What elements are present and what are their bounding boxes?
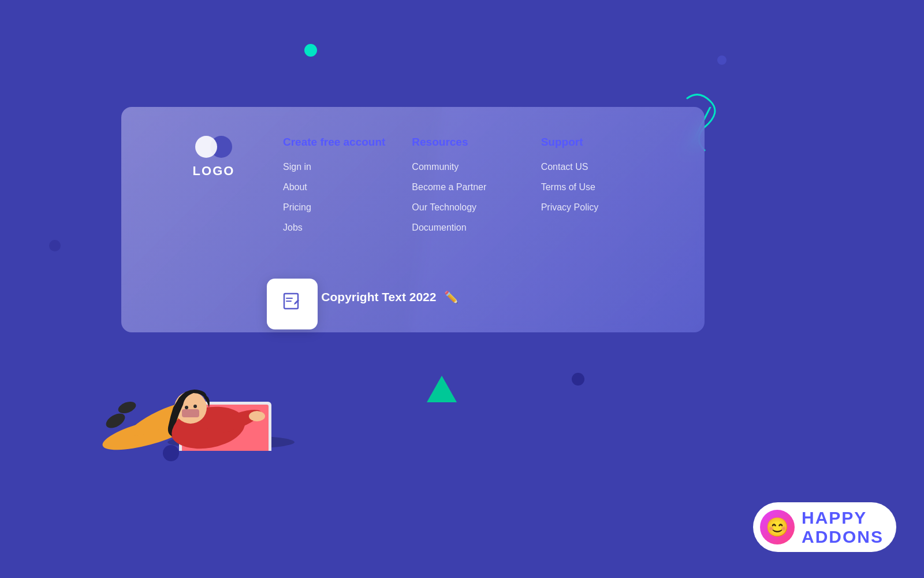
happy-face-icon: 😊 — [760, 510, 795, 544]
edit-box-icon — [282, 291, 303, 317]
svg-point-18 — [193, 405, 197, 408]
happy-addons-badge: 😊 HAPPY ADDONS — [753, 502, 896, 552]
link-terms-of-use[interactable]: Terms of Use — [541, 179, 670, 196]
link-jobs[interactable]: Jobs — [283, 219, 412, 236]
triangle-decoration — [426, 375, 458, 403]
svg-point-17 — [185, 406, 188, 409]
link-privacy-policy[interactable]: Privacy Policy — [541, 199, 670, 216]
dot-teal — [304, 44, 317, 57]
link-about[interactable]: About — [283, 179, 412, 196]
col-title-account: Create free account — [283, 136, 412, 149]
logo-circle-white — [195, 136, 217, 158]
badge-happy-text: HAPPY — [802, 508, 884, 527]
edit-box-button[interactable] — [267, 279, 318, 329]
logo-text: LOGO — [193, 164, 235, 179]
dot-left — [49, 240, 61, 251]
col-title-support: Support — [541, 136, 670, 149]
nav-column-support: Support Contact US Terms of Use Privacy … — [541, 136, 670, 236]
nav-column-resources: Resources Community Become a Partner Our… — [412, 136, 541, 236]
nav-column-account: Create free account Sign in About Pricin… — [283, 136, 412, 236]
link-documention[interactable]: Documention — [412, 219, 541, 236]
svg-point-11 — [103, 410, 127, 431]
badge-container: 😊 HAPPY ADDONS — [753, 502, 896, 552]
edit-pencil-icon[interactable]: ✏️ — [444, 290, 459, 304]
svg-point-15 — [249, 411, 265, 421]
link-become-partner[interactable]: Become a Partner — [412, 179, 541, 196]
link-our-technology[interactable]: Our Technology — [412, 199, 541, 216]
badge-addons-text: ADDONS — [802, 527, 884, 546]
col-title-resources: Resources — [412, 136, 541, 149]
link-pricing[interactable]: Pricing — [283, 199, 412, 216]
svg-marker-20 — [427, 376, 457, 402]
link-sign-in[interactable]: Sign in — [283, 158, 412, 176]
logo-circles — [195, 136, 232, 158]
svg-point-12 — [117, 399, 137, 416]
svg-rect-19 — [182, 409, 199, 417]
copyright-section: @ Copyright Text 2022 ✏️ — [306, 290, 459, 304]
dot-medium-blue — [717, 55, 726, 65]
happy-addons-text: HAPPY ADDONS — [802, 508, 884, 546]
link-contact-us[interactable]: Contact US — [541, 158, 670, 176]
link-community[interactable]: Community — [412, 158, 541, 176]
dot-bottom-mid — [572, 373, 584, 386]
nav-columns: Create free account Sign in About Pricin… — [271, 136, 670, 236]
logo-section: LOGO — [156, 136, 271, 179]
copyright-text: @ Copyright Text 2022 — [306, 290, 436, 304]
